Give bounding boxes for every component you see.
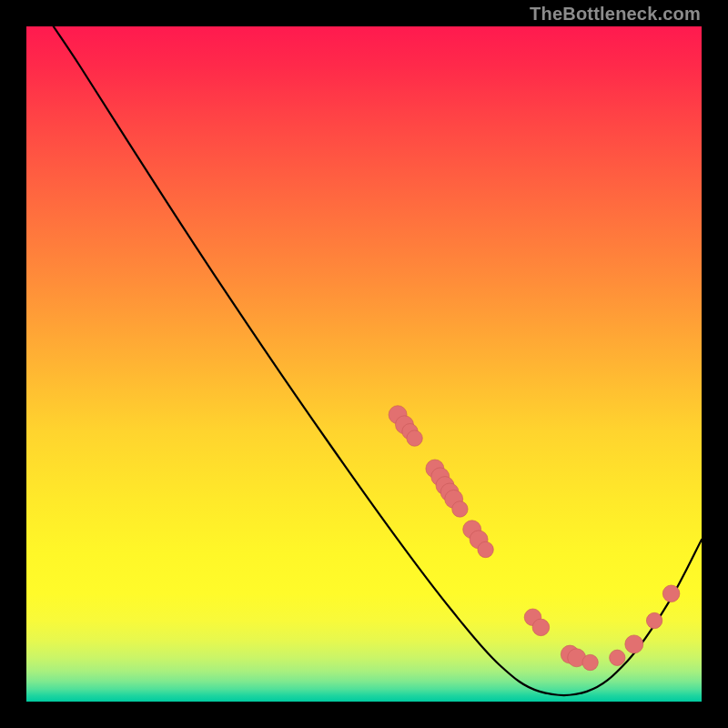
plot-area	[26, 26, 702, 702]
data-markers	[389, 406, 680, 671]
figure-root: TheBottleneck.com	[0, 0, 728, 728]
data-marker	[610, 650, 625, 665]
curve-layer	[26, 26, 702, 702]
data-marker	[478, 541, 493, 557]
attribution-text: TheBottleneck.com	[530, 4, 701, 25]
data-marker	[407, 430, 422, 446]
data-marker	[532, 619, 550, 636]
data-marker	[625, 635, 643, 653]
data-marker	[662, 585, 680, 602]
data-marker	[646, 612, 662, 628]
data-marker	[452, 501, 468, 517]
curve-path	[54, 26, 702, 695]
bottleneck-curve	[54, 26, 702, 695]
data-marker	[582, 654, 598, 670]
